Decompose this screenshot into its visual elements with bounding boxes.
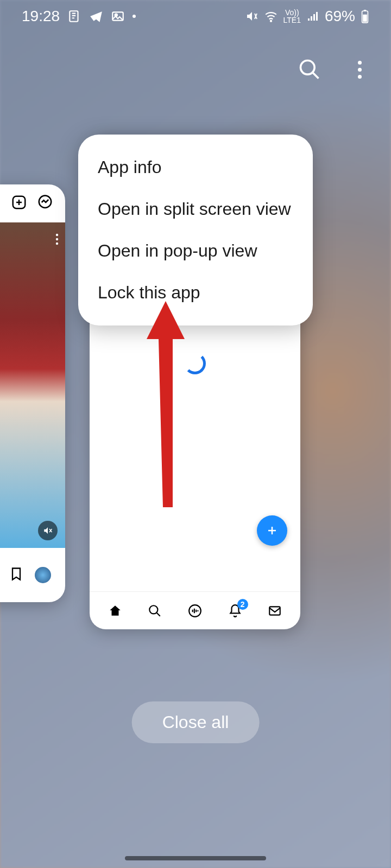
more-button[interactable]	[344, 54, 375, 85]
nav-notifications[interactable]: 2	[224, 600, 246, 622]
gesture-bar[interactable]	[125, 856, 266, 860]
avatar	[35, 567, 51, 583]
loading-spinner	[184, 353, 206, 374]
image-icon	[111, 9, 125, 23]
menu-lock-app[interactable]: Lock this app	[78, 272, 313, 314]
recents-toolbar	[294, 54, 375, 85]
nav-search[interactable]	[144, 600, 166, 622]
svg-point-11	[56, 238, 58, 240]
menu-popup-view[interactable]: Open in pop-up view	[78, 230, 313, 272]
home-icon	[108, 604, 122, 618]
recents-card-left[interactable]: I 😭❤️	[0, 184, 65, 602]
search-button[interactable]	[294, 54, 325, 85]
telegram-icon	[89, 9, 103, 23]
signal-icon	[306, 10, 319, 23]
svg-point-10	[56, 234, 58, 236]
app-bottom-nav: 2	[90, 591, 300, 629]
svg-point-7	[301, 61, 315, 75]
svg-rect-5	[364, 10, 366, 11]
notification-icon	[67, 9, 81, 23]
nav-voice[interactable]	[184, 600, 206, 622]
volte-label: Vo)) LTE1	[283, 9, 301, 24]
bookmark-icon	[9, 566, 24, 584]
close-all-button[interactable]: Close all	[132, 701, 260, 743]
svg-point-12	[56, 242, 58, 245]
compose-fab[interactable]	[257, 515, 287, 546]
svg-rect-15	[269, 607, 280, 615]
status-time: 19:28	[22, 8, 60, 25]
nav-mail[interactable]	[264, 600, 286, 622]
svg-point-13	[150, 605, 158, 614]
dot-icon	[133, 15, 136, 18]
svg-point-3	[270, 21, 271, 22]
menu-app-info[interactable]: App info	[78, 146, 313, 188]
app-context-menu: App info Open in split screen view Open …	[78, 135, 313, 326]
more-vertical-icon	[55, 233, 59, 247]
mail-icon	[268, 604, 282, 618]
messenger-icon	[37, 194, 53, 213]
status-bar: 19:28 Vo)) LTE1 69%	[0, 0, 391, 33]
video-mute-icon	[38, 521, 58, 540]
notification-badge: 2	[237, 599, 248, 610]
svg-rect-6	[363, 15, 367, 22]
battery-percent: 69%	[325, 8, 355, 25]
battery-icon	[361, 9, 369, 23]
search-icon	[148, 604, 162, 618]
more-vertical-icon	[358, 61, 362, 79]
mute-icon	[245, 10, 258, 23]
wifi-icon	[264, 9, 278, 23]
search-icon	[298, 58, 321, 81]
add-post-icon	[11, 194, 27, 213]
menu-split-screen[interactable]: Open in split screen view	[78, 188, 313, 230]
plus-icon	[266, 524, 279, 537]
voice-icon	[188, 604, 202, 618]
nav-home[interactable]	[104, 600, 126, 622]
preview-photo: I 😭❤️	[0, 222, 65, 548]
